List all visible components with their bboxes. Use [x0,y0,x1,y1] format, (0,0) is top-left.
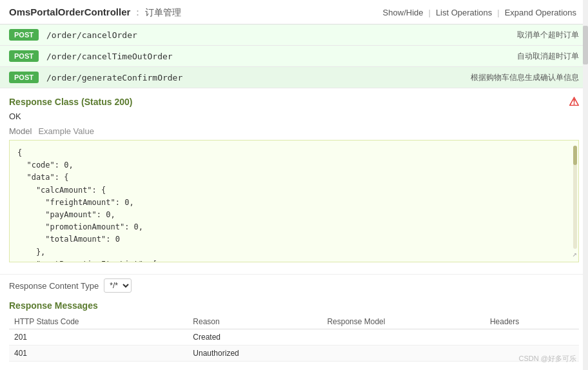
model-row: Model Example Value [9,126,579,136]
endpoint-desc-1: 取消单个超时订单 [517,30,579,41]
divider1: | [428,8,430,17]
endpoint-path-3: /order/generateConfirmOrder [46,73,471,83]
response-class-label: Response Class (Status 200) [9,97,132,107]
controller-subtitle: 订单管理 [145,7,181,17]
method-badge-1: POST [9,29,39,41]
watermark: CSDN @好多可乐 [519,354,576,364]
response-section: Response Class (Status 200) ⚠ OK Model E… [0,88,588,274]
endpoint-row-3[interactable]: POST /order/generateConfirmOrder 根据购物车信息… [0,67,588,88]
expand-operations-link[interactable]: Expand Operations [502,6,579,19]
controller-name: OmsPortalOrderController [9,6,130,17]
controller-title: OmsPortalOrderController：订单管理 [9,6,181,19]
controller-header: OmsPortalOrderController：订单管理 Show/Hide … [0,0,588,24]
content-type-label: Response Content Type [9,281,99,291]
content-type-row: Response Content Type */* [0,274,588,297]
response-class-title: Response Class (Status 200) ⚠ [9,95,579,109]
header-actions: Show/Hide | List Operations | Expand Ope… [380,6,579,19]
cell-code: 401 [9,346,188,362]
table-row: 401Unauthorized [9,346,579,362]
endpoint-path-2: /order/cancelTimeOutOrder [46,52,517,61]
show-hide-link[interactable]: Show/Hide [380,6,426,19]
col-response-model: Response Model [322,315,485,329]
messages-section: Response Messages HTTP Status Code Reaso… [0,297,588,362]
endpoint-path-1: /order/cancelOrder [46,30,517,40]
json-content: { "code": 0, "data": { "calcAmount": { "… [17,147,571,262]
json-block[interactable]: { "code": 0, "data": { "calcAmount": { "… [9,140,579,262]
model-link[interactable]: Model [9,126,32,136]
cell-model [322,346,485,362]
col-reason: Reason [188,315,322,329]
error-icon: ⚠ [569,95,579,109]
endpoint-row[interactable]: POST /order/cancelOrder 取消单个超时订单 [0,24,588,46]
page-scrollbar[interactable] [583,0,588,370]
endpoint-desc-3: 根据购物车信息生成确认单信息 [471,72,579,83]
example-value-link[interactable]: Example Value [38,126,93,136]
cell-code: 201 [9,329,188,346]
response-ok: OK [9,112,579,121]
page-scrollbar-thumb [583,26,588,64]
cell-headers [485,329,579,346]
messages-table: HTTP Status Code Reason Response Model H… [9,315,579,362]
divider2: | [497,8,499,17]
col-status-code: HTTP Status Code [9,315,188,329]
col-headers: Headers [485,315,579,329]
list-operations-link[interactable]: List Operations [433,6,495,19]
messages-title: Response Messages [9,300,579,311]
scrollbar-thumb [573,146,577,165]
method-badge-2: POST [9,50,39,62]
content-type-select[interactable]: */* [104,278,132,293]
cell-reason: Unauthorized [188,346,322,362]
endpoint-desc-2: 自动取消超时订单 [517,51,579,62]
cell-model [322,329,485,346]
table-header-row: HTTP Status Code Reason Response Model H… [9,315,579,329]
method-badge-3: POST [9,72,39,83]
scrollbar[interactable] [573,146,577,249]
separator: ： [133,6,142,17]
table-row: 201Created [9,329,579,346]
resize-handle[interactable]: ↗ [573,248,577,260]
endpoint-row-2[interactable]: POST /order/cancelTimeOutOrder 自动取消超时订单 [0,46,588,67]
cell-reason: Created [188,329,322,346]
